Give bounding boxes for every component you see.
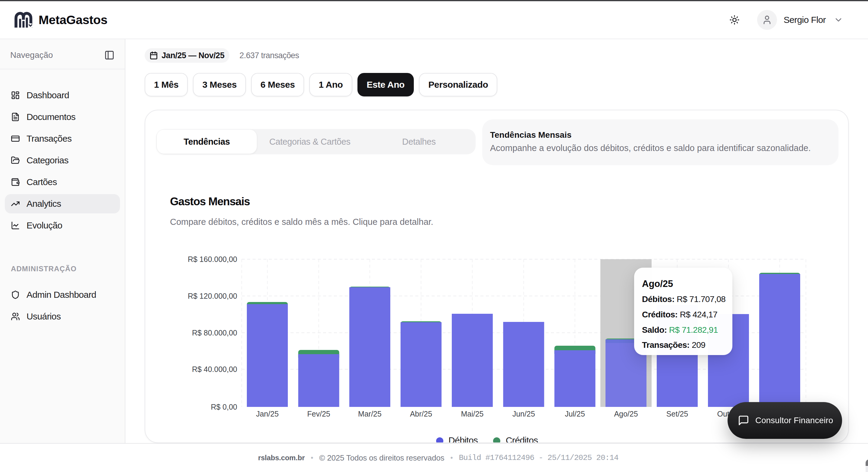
svg-text:R$ 80.000,00: R$ 80.000,00: [192, 328, 237, 337]
svg-text:R$ 0,00: R$ 0,00: [211, 403, 237, 411]
svg-text:Set/25: Set/25: [666, 410, 688, 418]
svg-text:Mai/25: Mai/25: [461, 410, 484, 418]
svg-text:Jun/25: Jun/25: [513, 410, 535, 418]
svg-text:R$ 160.000,00: R$ 160.000,00: [188, 255, 237, 263]
svg-text:Jul/25: Jul/25: [565, 410, 585, 418]
svg-text:Mar/25: Mar/25: [358, 410, 381, 418]
svg-text:Ago/25: Ago/25: [614, 410, 638, 418]
svg-text:R$ 40.000,00: R$ 40.000,00: [192, 365, 237, 373]
svg-text:Abr/25: Abr/25: [410, 410, 432, 418]
svg-text:Fev/25: Fev/25: [307, 410, 330, 418]
svg-text:R$ 120.000,00: R$ 120.000,00: [188, 292, 237, 300]
svg-text:Jan/25: Jan/25: [256, 410, 278, 418]
